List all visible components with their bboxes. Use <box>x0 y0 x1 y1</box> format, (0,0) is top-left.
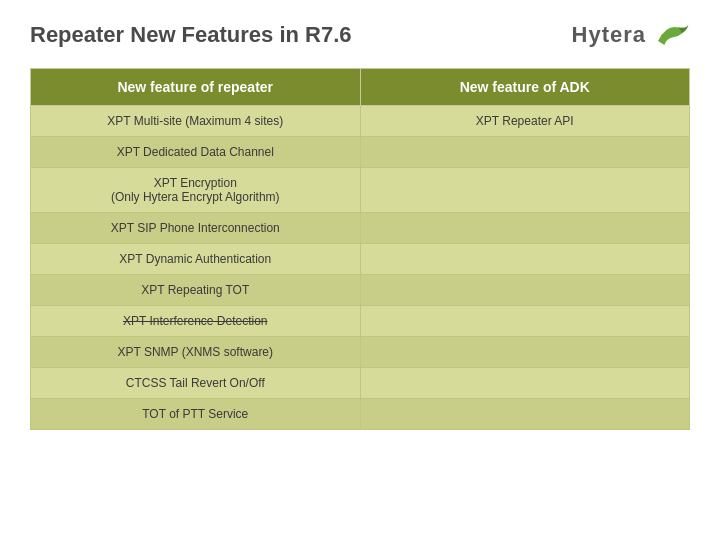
feature-adk-cell: XPT Repeater API <box>360 106 690 137</box>
feature-adk-cell <box>360 275 690 306</box>
feature-adk-cell <box>360 213 690 244</box>
table-row: XPT Repeating TOT <box>31 275 690 306</box>
feature-repeater-cell: CTCSS Tail Revert On/Off <box>31 368 361 399</box>
hytera-logo-icon <box>650 20 690 50</box>
table-row: XPT Encryption(Only Hytera Encrypt Algor… <box>31 168 690 213</box>
page-title: Repeater New Features in R7.6 <box>30 22 352 48</box>
feature-repeater-cell: XPT Dynamic Authentication <box>31 244 361 275</box>
feature-adk-cell <box>360 337 690 368</box>
col1-header: New feature of repeater <box>31 69 361 106</box>
table-row: XPT SIP Phone Interconnection <box>31 213 690 244</box>
col2-header: New feature of ADK <box>360 69 690 106</box>
feature-repeater-cell: XPT Repeating TOT <box>31 275 361 306</box>
logo-text: Hytera <box>572 22 646 48</box>
table-row: XPT Dedicated Data Channel <box>31 137 690 168</box>
feature-adk-cell <box>360 368 690 399</box>
features-table: New feature of repeater New feature of A… <box>30 68 690 430</box>
table-row: XPT SNMP (XNMS software) <box>31 337 690 368</box>
feature-adk-cell <box>360 399 690 430</box>
logo-area: Hytera <box>572 20 690 50</box>
header: Repeater New Features in R7.6 Hytera <box>30 20 690 50</box>
feature-repeater-cell: XPT Encryption(Only Hytera Encrypt Algor… <box>31 168 361 213</box>
feature-repeater-cell: TOT of PTT Service <box>31 399 361 430</box>
table-row: XPT Dynamic Authentication <box>31 244 690 275</box>
feature-repeater-cell: XPT Interference Detection <box>31 306 361 337</box>
page: Repeater New Features in R7.6 Hytera New… <box>0 0 720 540</box>
feature-repeater-cell: XPT Dedicated Data Channel <box>31 137 361 168</box>
feature-adk-cell <box>360 137 690 168</box>
feature-adk-cell <box>360 244 690 275</box>
feature-repeater-cell: XPT Multi-site (Maximum 4 sites) <box>31 106 361 137</box>
table-row: XPT Interference Detection <box>31 306 690 337</box>
table-row: TOT of PTT Service <box>31 399 690 430</box>
feature-repeater-cell: XPT SIP Phone Interconnection <box>31 213 361 244</box>
feature-repeater-cell: XPT SNMP (XNMS software) <box>31 337 361 368</box>
table-row: XPT Multi-site (Maximum 4 sites)XPT Repe… <box>31 106 690 137</box>
table-row: CTCSS Tail Revert On/Off <box>31 368 690 399</box>
feature-adk-cell <box>360 306 690 337</box>
feature-adk-cell <box>360 168 690 213</box>
